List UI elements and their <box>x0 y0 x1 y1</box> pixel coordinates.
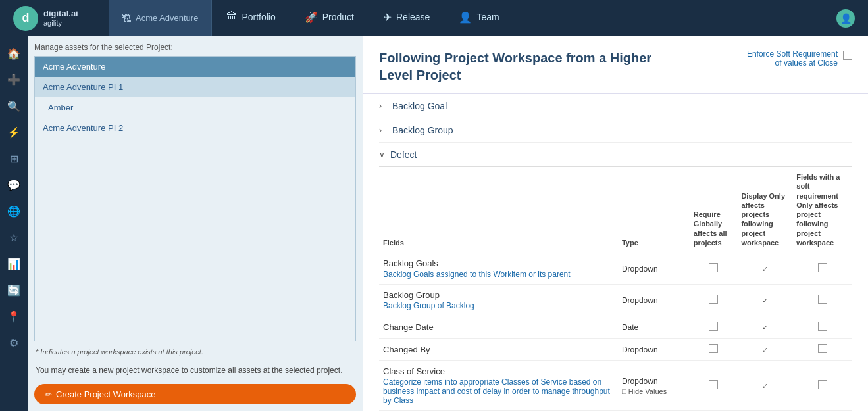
settings-icon[interactable]: ⚙ <box>3 332 24 353</box>
field-name: Changed By <box>383 345 614 354</box>
require-checkbox[interactable] <box>709 380 718 389</box>
backlog-goal-row[interactable]: › Backlog Goal <box>379 94 852 118</box>
search-icon[interactable]: 🔍 <box>3 95 24 116</box>
table-row: Class of Service Categorize items into a… <box>379 361 852 411</box>
chevron-right-icon: › <box>379 101 387 110</box>
portfolio-label: Portfolio <box>242 12 275 22</box>
nav-item-team[interactable]: 👤 Team <box>444 0 513 36</box>
create-workspace-button[interactable]: ✏ Create Project Workspace <box>34 384 356 404</box>
field-type: Dropdown <box>618 253 690 285</box>
defect-header[interactable]: ∨ Defect <box>379 143 852 167</box>
field-type: Date <box>618 316 690 339</box>
grid-icon[interactable]: ⊞ <box>3 148 24 169</box>
nav-item-product[interactable]: 🚀 Product <box>290 0 369 36</box>
field-type: Dropdown □ Hide Values <box>618 361 690 411</box>
backlog-group-label: Backlog Group <box>392 125 453 135</box>
field-type: Dropdown <box>618 285 690 316</box>
user-avatar[interactable]: 👤 <box>836 9 855 28</box>
backlog-sections: › Backlog Goal › Backlog Group <box>363 94 868 143</box>
display-check: ✓ <box>760 345 769 354</box>
soft-checkbox[interactable] <box>818 322 827 331</box>
enforce-section: Enforce Soft Requirement of values at Cl… <box>740 49 852 68</box>
require-checkbox[interactable] <box>709 295 718 304</box>
history-icon[interactable]: 🔄 <box>3 279 24 301</box>
table-row: Change Date Date ✓ <box>379 316 852 339</box>
right-header: Following Project Workspace from a Highe… <box>363 36 868 94</box>
activity-icon[interactable]: ⚡ <box>3 122 24 143</box>
nav-right: 👤 <box>836 9 861 28</box>
product-label: Product <box>322 12 354 22</box>
enforce-checkbox[interactable] <box>843 51 852 60</box>
location-icon[interactable]: 📍 <box>3 306 24 327</box>
defect-label: Defect <box>390 149 417 160</box>
soft-checkbox[interactable] <box>818 295 827 304</box>
release-icon: ✈ <box>383 11 392 24</box>
field-sub: Backlog Group of Backlog <box>383 301 614 310</box>
left-sidebar-icons: 🏠 ➕ 🔍 ⚡ ⊞ 💬 🌐 ☆ 📊 🔄 📍 ⚙ <box>0 36 28 411</box>
soft-checkbox[interactable] <box>818 263 827 272</box>
table-row: Backlog Goals Backlog Goals assigned to … <box>379 253 852 285</box>
th-display: Display Only affects projects following … <box>737 167 792 253</box>
field-sub: Categorize items into appropriate Classe… <box>383 377 614 405</box>
backlog-goal-label: Backlog Goal <box>392 101 447 111</box>
portfolio-icon: 🏛 <box>226 11 237 23</box>
soft-checkbox[interactable] <box>818 344 827 353</box>
fields-table: Fields Type Require Globally affects all… <box>379 167 852 411</box>
display-check: ✓ <box>760 264 769 274</box>
team-icon: 👤 <box>459 11 472 24</box>
pencil-icon: ✏ <box>45 389 52 399</box>
display-check: ✓ <box>760 323 769 332</box>
require-checkbox[interactable] <box>709 322 718 331</box>
product-icon: 🚀 <box>305 11 318 24</box>
team-label: Team <box>476 12 499 22</box>
chat-icon[interactable]: 💬 <box>3 174 24 195</box>
defect-section: ∨ Defect Fields Type Require Globally af… <box>363 143 868 411</box>
page-title: Following Project Workspace from a Highe… <box>379 49 675 84</box>
display-check: ✓ <box>760 381 769 391</box>
field-name: Backlog Group <box>383 290 614 300</box>
logo-text: digital.ai agility <box>43 9 78 28</box>
create-note: You may create a new project workspace t… <box>34 362 356 379</box>
th-fields: Fields <box>379 167 618 253</box>
right-panel: Following Project Workspace from a Highe… <box>363 36 868 411</box>
top-nav: d digital.ai agility 🏗 Acme Adventure 🏛 … <box>0 0 868 36</box>
chevron-down-icon: ∨ <box>379 150 385 159</box>
release-label: Release <box>396 12 430 22</box>
backlog-group-row[interactable]: › Backlog Group <box>379 118 852 143</box>
nav-item-portfolio[interactable]: 🏛 Portfolio <box>212 0 290 36</box>
chart-icon[interactable]: 📊 <box>3 253 24 274</box>
display-check: ✓ <box>760 296 769 305</box>
content-area: Manage assets for the selected Project: … <box>28 36 868 411</box>
project-tab-label: Acme Adventure <box>136 13 198 23</box>
field-name: Change Date <box>383 322 614 332</box>
project-tab[interactable]: 🏗 Acme Adventure <box>109 0 212 36</box>
project-item-2[interactable]: Amber <box>35 97 355 118</box>
globe-icon[interactable]: 🌐 <box>3 201 24 222</box>
workspace-note: * Indicates a project workspace exists a… <box>34 345 356 358</box>
th-soft: Fields with a soft requirement Only affe… <box>792 167 852 253</box>
project-item-1[interactable]: Acme Adventure PI 1 <box>35 77 355 97</box>
star-icon[interactable]: ☆ <box>3 227 24 248</box>
require-checkbox[interactable] <box>709 344 718 353</box>
project-item-0[interactable]: Acme Adventure <box>35 57 355 77</box>
field-name: Backlog Goals <box>383 258 614 268</box>
soft-checkbox[interactable] <box>818 380 827 389</box>
th-require: Require Globally affects all projects <box>690 167 738 253</box>
require-checkbox[interactable] <box>709 263 718 272</box>
th-type: Type <box>618 167 690 253</box>
add-icon[interactable]: ➕ <box>3 69 24 90</box>
chevron-right-icon-2: › <box>379 126 387 135</box>
enforce-label: Enforce Soft Requirement of values at Cl… <box>740 49 838 68</box>
project-item-3[interactable]: Acme Adventure PI 2 <box>35 118 355 138</box>
project-icon: 🏗 <box>122 12 132 24</box>
nav-items: 🏛 Portfolio 🚀 Product ✈ Release 👤 Team <box>212 0 836 36</box>
home-icon[interactable]: 🏠 <box>3 43 24 64</box>
nav-item-release[interactable]: ✈ Release <box>369 0 444 36</box>
create-btn-label: Create Project Workspace <box>56 389 156 399</box>
logo-icon: d <box>13 6 38 31</box>
panel-label: Manage assets for the selected Project: <box>34 43 356 52</box>
table-row: Backlog Group Backlog Group of Backlog D… <box>379 285 852 316</box>
table-row: Changed By Dropdown ✓ <box>379 339 852 361</box>
field-name: Class of Service <box>383 366 614 376</box>
project-list: Acme Adventure Acme Adventure PI 1 Amber… <box>34 56 356 341</box>
